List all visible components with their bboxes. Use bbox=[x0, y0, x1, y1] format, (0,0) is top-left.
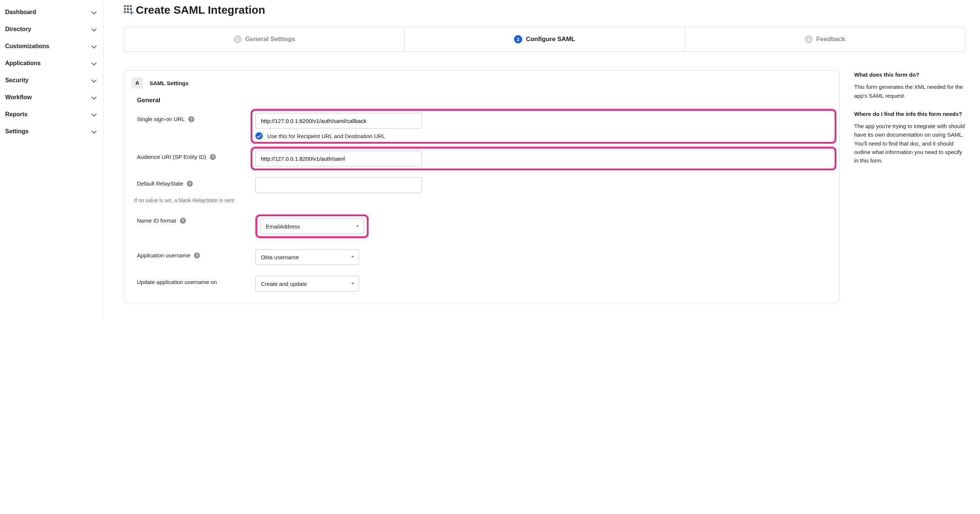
step-label: Feedback bbox=[816, 35, 845, 43]
help-icon[interactable]: ? bbox=[180, 218, 186, 223]
info-sidebar: What does this form do? This form genera… bbox=[854, 70, 965, 303]
page-header: Create SAML Integration bbox=[124, 4, 965, 16]
sso-checkbox-row[interactable]: Use this for Recipient URL and Destinati… bbox=[255, 132, 832, 140]
update-username-label: Update application username on bbox=[137, 279, 217, 285]
sidebar-item-applications[interactable]: Applications bbox=[0, 55, 103, 72]
step-number: 2 bbox=[514, 35, 522, 43]
chevron-down-icon bbox=[91, 61, 96, 65]
sidebar-item-reports[interactable]: Reports bbox=[0, 106, 103, 123]
audience-uri-input[interactable] bbox=[255, 151, 422, 166]
chevron-down-icon bbox=[91, 129, 96, 134]
app-username-value: Okta username bbox=[261, 254, 299, 260]
step-number: 3 bbox=[805, 35, 813, 43]
highlight-sso: Use this for Recipient URL and Destinati… bbox=[251, 109, 837, 144]
step-feedback[interactable]: 3 Feedback bbox=[685, 27, 965, 51]
sidebar-item-label: Security bbox=[5, 77, 29, 84]
sidebar-item-label: Reports bbox=[5, 111, 27, 118]
sidebar-item-label: Workflow bbox=[5, 94, 32, 101]
panel-badge: A bbox=[132, 77, 143, 88]
info-text-2: The app you're trying to integrate with … bbox=[854, 122, 965, 165]
app-username-select[interactable]: Okta username bbox=[255, 249, 359, 265]
chevron-down-icon bbox=[91, 27, 96, 32]
info-heading-2: Where do I find the info this form needs… bbox=[854, 110, 965, 118]
info-text-1: This form generates the XML needed for t… bbox=[854, 83, 965, 100]
step-label: General Settings bbox=[245, 35, 295, 43]
checkbox-checked-icon[interactable] bbox=[255, 132, 263, 140]
sidebar-item-label: Customizations bbox=[5, 43, 49, 49]
help-icon[interactable]: ? bbox=[187, 181, 193, 187]
help-icon[interactable]: ? bbox=[194, 252, 200, 259]
highlight-audience bbox=[251, 147, 837, 170]
update-username-value: Create and update bbox=[261, 281, 307, 287]
sidebar-item-label: Applications bbox=[5, 60, 41, 67]
relaystate-note: If no value is set, a blank RelayState i… bbox=[133, 197, 832, 203]
app-username-label: Application username bbox=[137, 252, 190, 259]
audience-uri-label: Audience URI (SP Entity ID) bbox=[137, 154, 206, 160]
chevron-down-icon bbox=[91, 44, 96, 48]
sso-checkbox-label: Use this for Recipient URL and Destinati… bbox=[267, 133, 385, 139]
relaystate-input[interactable] bbox=[255, 177, 422, 193]
saml-settings-panel: A SAML Settings General Single sign-on U… bbox=[124, 70, 839, 303]
chevron-down-icon bbox=[351, 256, 354, 258]
sidebar-item-label: Directory bbox=[5, 26, 31, 33]
chevron-down-icon bbox=[91, 112, 96, 117]
nameid-select[interactable]: EmailAddress bbox=[260, 219, 364, 234]
sidebar: Dashboard Directory Customizations Appli… bbox=[0, 0, 103, 318]
main-content: Create SAML Integration 1 General Settin… bbox=[103, 0, 980, 318]
app-grid-plus-icon bbox=[124, 5, 134, 15]
sidebar-item-security[interactable]: Security bbox=[0, 72, 103, 89]
help-icon[interactable]: ? bbox=[210, 154, 216, 160]
sso-url-input[interactable] bbox=[255, 113, 422, 129]
highlight-nameid: EmailAddress bbox=[255, 214, 369, 238]
sidebar-item-directory[interactable]: Directory bbox=[0, 21, 103, 38]
step-general-settings[interactable]: 1 General Settings bbox=[124, 27, 404, 51]
nameid-value: EmailAddress bbox=[266, 223, 300, 230]
section-title: General bbox=[137, 97, 832, 104]
wizard-steps: 1 General Settings 2 Configure SAML 3 Fe… bbox=[124, 27, 965, 52]
chevron-down-icon bbox=[351, 283, 354, 285]
panel-title: SAML Settings bbox=[150, 80, 189, 86]
chevron-down-icon bbox=[91, 78, 96, 83]
chevron-down-icon bbox=[356, 225, 359, 227]
step-label: Configure SAML bbox=[526, 35, 575, 43]
update-username-select[interactable]: Create and update bbox=[255, 276, 359, 291]
help-icon[interactable]: ? bbox=[188, 116, 194, 122]
sso-url-label: Single sign-on URL bbox=[137, 116, 185, 122]
sidebar-item-label: Dashboard bbox=[5, 9, 36, 16]
sidebar-item-label: Settings bbox=[5, 128, 29, 135]
relaystate-label: Default RelayState bbox=[137, 180, 183, 187]
page-title: Create SAML Integration bbox=[136, 4, 266, 16]
nameid-label: Name ID format bbox=[137, 217, 176, 223]
sidebar-item-settings[interactable]: Settings bbox=[0, 123, 103, 140]
step-configure-saml[interactable]: 2 Configure SAML bbox=[404, 27, 685, 51]
step-number: 1 bbox=[234, 35, 242, 43]
sidebar-item-dashboard[interactable]: Dashboard bbox=[0, 4, 103, 21]
sidebar-item-workflow[interactable]: Workflow bbox=[0, 89, 103, 106]
sidebar-item-customizations[interactable]: Customizations bbox=[0, 38, 103, 55]
info-heading-1: What does this form do? bbox=[854, 70, 965, 79]
chevron-down-icon bbox=[91, 95, 96, 100]
chevron-down-icon bbox=[91, 10, 96, 14]
